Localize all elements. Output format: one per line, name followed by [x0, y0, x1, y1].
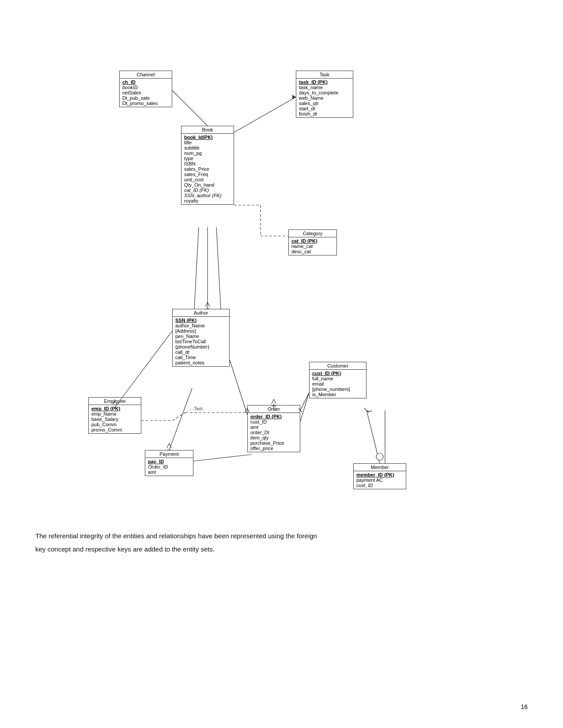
- author-field-call_dt: call_dt: [175, 349, 227, 355]
- author-field-call_time: call_Time: [175, 355, 227, 360]
- channel-field-bookid: bookID: [122, 85, 169, 90]
- footer-line1: The referential integrity of the entitie…: [35, 529, 528, 543]
- customer-field-phone: [phone_numbers]: [312, 387, 363, 392]
- customer-field-member: is_Member: [312, 392, 363, 397]
- entity-employee-body: emp_ID (PK) emp_Name base_Salary pub_Com…: [89, 405, 141, 433]
- category-field-id: cat_ID (PK): [291, 238, 334, 244]
- author-field-patient_notes: patient_notes: [175, 360, 227, 365]
- channel-field-ch_id: ch_ID: [122, 79, 169, 85]
- entity-payment-body: pay_ID Order_ID amt: [145, 458, 193, 476]
- svg-point-25: [376, 453, 383, 460]
- entity-task-body: task_ID (PK) task_name days_to_complete …: [296, 79, 353, 117]
- entity-category: Category cat_ID (PK) name_cat desc_cat: [288, 229, 337, 255]
- svg-line-11: [300, 393, 309, 410]
- entity-customer-body: cust_ID (PK) full_name email [phone_numb…: [310, 370, 366, 398]
- entity-order-body: order_ID (PK) cust_ID amt order_Dt item_…: [248, 413, 300, 452]
- book-field-sales_price: sales_Price: [184, 166, 231, 172]
- customer-field-id: cust_ID (PK): [312, 371, 363, 376]
- page-number: 16: [521, 703, 528, 710]
- entity-employee-title: Employee: [89, 398, 141, 405]
- order-field-id: order_ID (PK): [250, 414, 297, 419]
- svg-line-2: [172, 90, 208, 126]
- member-field-cust_id: cust_ID: [356, 483, 403, 488]
- author-field-phone: {phoneNumber}: [175, 344, 227, 349]
- member-field-payment: payment AC: [356, 477, 403, 483]
- entity-channel-body: ch_ID bookID netSales Dt_pub_sale Dt_pro…: [120, 79, 172, 107]
- employee-field-salary: base_Salary: [91, 417, 138, 422]
- svg-line-20: [193, 454, 252, 461]
- svg-line-27: [194, 227, 199, 309]
- task-field-name: task_name: [299, 85, 350, 90]
- employee-field-pub_comm: pub_Comm: [91, 422, 138, 427]
- svg-line-14: [172, 413, 185, 420]
- category-field-name: name_cat: [291, 244, 334, 249]
- book-field-unit_cost: unit_cost: [184, 177, 231, 182]
- order-field-cust_id: cust_ID: [250, 419, 297, 424]
- entity-payment-title: Payment: [145, 450, 193, 458]
- book-field-cat_id: cat_ID (FK): [184, 188, 231, 193]
- payment-field-amt: amt: [148, 469, 190, 475]
- entity-channel: Channel ch_ID bookID netSales Dt_pub_sal…: [119, 71, 172, 107]
- entity-book-title: Book: [181, 126, 234, 134]
- book-field-subtitle: subtitle: [184, 145, 231, 150]
- entity-order-title: Order: [248, 405, 300, 413]
- payment-field-order_id: Order_ID: [148, 464, 190, 469]
- author-field-name: author_Name: [175, 323, 227, 328]
- book-field-royalty: royalty: [184, 198, 231, 203]
- book-field-id: book_Id(PK): [184, 135, 231, 140]
- task-field-start_dt: start_dt: [299, 106, 350, 111]
- book-field-sales_freq: sales_Freq: [184, 172, 231, 177]
- entity-order: Order order_ID (PK) cust_ID amt order_Dt…: [247, 405, 300, 452]
- order-field-amt: amt: [250, 424, 297, 430]
- entity-task: Task task_ID (PK) task_name days_to_comp…: [296, 71, 353, 118]
- svg-line-18: [169, 388, 192, 450]
- employee-field-promo_comm: promo_Comm: [91, 427, 138, 432]
- entity-author: Author SSN (PK) author_Name [Address] pe…: [172, 309, 230, 367]
- customer-field-email: email: [312, 381, 363, 387]
- book-field-ssn_author: SSN_author (FK): [184, 193, 231, 198]
- order-field-item_qty: item_qty: [250, 435, 297, 440]
- book-field-title: title: [184, 140, 231, 145]
- book-field-type: type: [184, 156, 231, 161]
- svg-line-28: [216, 227, 221, 309]
- order-field-offer_price: offer_price: [250, 446, 297, 451]
- entity-category-body: cat_ID (PK) name_cat desc_cat: [289, 237, 336, 255]
- entity-channel-title: Channel: [120, 71, 172, 79]
- entity-customer: Customer cust_ID (PK) full_name email [p…: [309, 362, 367, 398]
- author-field-pen_name: pen_Name: [175, 334, 227, 339]
- task-field-finish_dt: finish_dt: [299, 111, 350, 116]
- book-field-qty_on_hand: Qty_On_hand: [184, 182, 231, 188]
- order-field-order_dt: order_Dt: [250, 430, 297, 435]
- book-field-num_pg: num_pg: [184, 150, 231, 156]
- svg-line-3: [234, 97, 296, 132]
- svg-line-10: [230, 360, 247, 415]
- task-field-web_name: web_Name: [299, 95, 350, 101]
- entity-member: Member member_ID (PK) payment AC cust_ID: [353, 463, 406, 489]
- entity-task-title: Task: [296, 71, 353, 79]
- channel-field-netsales: netSales: [122, 90, 169, 95]
- svg-line-17: [115, 331, 172, 407]
- task-field-id: task_ID (PK): [299, 79, 350, 85]
- category-field-desc: desc_cat: [291, 249, 334, 254]
- author-field-ssn: SSN (PK): [175, 318, 227, 323]
- customer-field-name: full_name: [312, 376, 363, 381]
- footer-line2: key concept and respective keys are adde…: [35, 543, 528, 556]
- entity-book-body: book_Id(PK) title subtitle num_pg type I…: [181, 134, 234, 204]
- member-field-id: member_ID (PK): [356, 472, 403, 477]
- entity-payment: Payment pay_ID Order_ID amt: [145, 450, 193, 476]
- channel-field-dt_promo_sales: Dt_promo_sales: [122, 101, 169, 106]
- task-field-days: days_to_complete: [299, 90, 350, 95]
- svg-line-22: [364, 408, 369, 413]
- entity-member-title: Member: [354, 464, 406, 471]
- author-field-bst_time: bstTimeToCall: [175, 339, 227, 344]
- entity-author-title: Author: [173, 309, 229, 317]
- employee-field-name: emp_Name: [91, 411, 138, 417]
- svg-text:- -Text-: - -Text-: [190, 406, 204, 411]
- svg-marker-4: [292, 95, 296, 99]
- page: Channel ch_ID bookID netSales Dt_pub_sal…: [0, 0, 563, 728]
- employee-field-id: emp_ID (PK): [91, 406, 138, 411]
- entity-category-title: Category: [289, 230, 336, 237]
- entity-book: Book book_Id(PK) title subtitle num_pg t…: [181, 126, 234, 205]
- diagram-area: Channel ch_ID bookID netSales Dt_pub_sal…: [35, 26, 528, 512]
- entity-author-body: SSN (PK) author_Name [Address] pen_Name …: [173, 317, 229, 366]
